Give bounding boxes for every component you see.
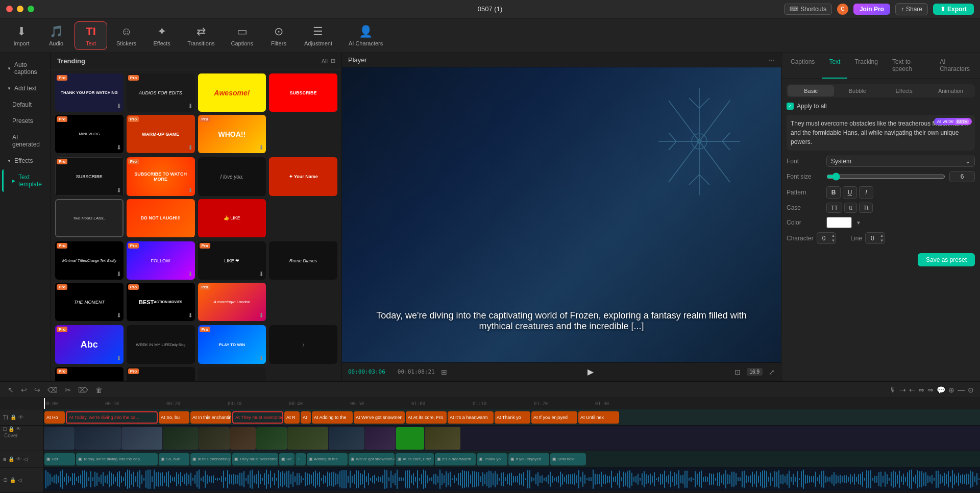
lock-icon[interactable]: 🔒 <box>8 426 14 432</box>
list-item[interactable]: Pro WHOA!! ⬇ <box>198 115 266 153</box>
video-clip[interactable] <box>365 427 396 450</box>
video-clip[interactable] <box>329 427 364 450</box>
download-icon[interactable]: ⬇ <box>116 144 121 151</box>
video-clip[interactable] <box>44 427 75 450</box>
sub-tab-basic[interactable]: Basic <box>788 85 834 96</box>
caption-chip[interactable]: At Thank yo <box>495 411 530 424</box>
save-preset-button[interactable]: Save as preset <box>918 253 975 266</box>
subtitle-chip[interactable]: ▣ Until next <box>550 453 586 465</box>
download-icon[interactable]: ⬇ <box>259 312 264 319</box>
sidebar-item-presets[interactable]: Presets <box>2 113 48 129</box>
ai-writer-badge[interactable]: AI writer BETA <box>934 118 972 125</box>
line-down-arrow[interactable]: ▼ <box>880 238 884 243</box>
list-item[interactable]: # <box>198 367 266 381</box>
eye-icon[interactable]: 👁 <box>16 426 21 432</box>
download-icon[interactable]: ⬇ <box>259 270 264 278</box>
apply-all-checkbox[interactable]: ✓ <box>787 103 794 110</box>
tab-text[interactable]: Text <box>822 53 847 79</box>
lock-icon[interactable]: 🔒 <box>10 477 16 483</box>
color-dropdown-arrow[interactable]: ▼ <box>856 220 861 226</box>
video-clip[interactable] <box>256 427 287 450</box>
caption-chip[interactable]: At Ho <box>44 411 65 424</box>
video-clip[interactable] <box>396 427 424 450</box>
caption-chip[interactable]: At So, bu <box>159 411 189 424</box>
list-item[interactable]: DO NOT LAUGH!!! <box>127 199 195 237</box>
toolbar-stickers[interactable]: ☺ Stickers <box>109 22 143 50</box>
subtitle-chip[interactable]: T <box>296 453 306 465</box>
download-icon[interactable]: ⬇ <box>116 103 121 110</box>
sidebar-item-add-text[interactable]: ▼ Add text <box>2 81 48 96</box>
video-clip[interactable] <box>75 427 121 450</box>
lock-icon[interactable]: 🔒 <box>8 456 14 462</box>
subtitle-chip[interactable]: ▣ Re <box>279 453 295 465</box>
list-item[interactable]: ♪ <box>269 325 337 363</box>
player-menu-icon[interactable]: ⋯ <box>769 57 775 64</box>
toolbar-adjustment[interactable]: ☰ Adjustment <box>297 22 339 50</box>
download-icon[interactable]: ⬇ <box>188 312 193 319</box>
timeline-redo-tool[interactable]: ↪ <box>33 384 42 396</box>
font-size-slider[interactable] <box>826 172 945 181</box>
tab-captions[interactable]: Captions <box>783 53 822 79</box>
video-clip[interactable] <box>199 427 230 450</box>
subtitle-chip[interactable]: ▣ Her <box>44 453 75 465</box>
list-item[interactable]: Pro THANK YOU FOR WATCHING ⬇ <box>55 73 124 112</box>
list-item[interactable]: Pro POPULAR PLAYLISTS ⬇ <box>127 367 195 381</box>
caption-chip[interactable]: At Adding to the <box>312 411 353 424</box>
export-button[interactable]: ⬆ Export <box>933 4 974 15</box>
subtitle-chip[interactable]: ▣ Adding to the <box>307 453 348 465</box>
tab-text-to-speech[interactable]: Text-to-speech <box>885 53 933 79</box>
caption-chip[interactable]: At If you enjoyed <box>531 411 577 424</box>
sub-tab-bubble[interactable]: Bubble <box>834 85 880 96</box>
list-item[interactable]: I love you. <box>198 157 266 195</box>
timeline-tool-3[interactable]: ⇔ <box>918 386 924 394</box>
toolbar-import[interactable]: ⬇ Import <box>5 22 38 50</box>
download-icon[interactable]: ⬇ <box>116 355 121 362</box>
subtitle-chip[interactable]: ▣ If you enjoyed <box>508 453 549 465</box>
list-item[interactable]: 👍 LIKE <box>198 199 266 237</box>
color-swatch[interactable] <box>826 217 852 228</box>
content-filter[interactable]: All ⊞ <box>322 58 335 64</box>
toolbar-audio[interactable]: 🎵 Audio <box>40 22 72 50</box>
tab-tracking[interactable]: Tracking <box>847 53 885 79</box>
caption-chip[interactable]: At At its core, Fro <box>406 411 447 424</box>
minimize-button[interactable] <box>17 6 23 12</box>
case-titlecase-button[interactable]: Tt <box>859 203 873 213</box>
lock-icon[interactable]: 🔒 <box>10 414 16 420</box>
list-item[interactable]: Pro LIKE ❤ ⬇ <box>198 241 266 280</box>
timeline-tool-5[interactable]: 💬 <box>937 386 945 394</box>
list-item[interactable]: Pro SUBSCRIBE ⬇ <box>55 157 124 195</box>
toolbar-captions[interactable]: ▭ Captions <box>224 22 260 50</box>
timeline-tool-6[interactable]: ⊕ <box>948 386 954 394</box>
list-item[interactable]: WEEK IN MY LIFEDaily Blog <box>127 325 195 363</box>
maximize-button[interactable] <box>28 6 34 12</box>
list-item[interactable]: Pro BESTACTION MOVIES ⬇ <box>127 283 195 321</box>
timeline-tool-4[interactable]: ⇒ <box>927 386 934 394</box>
underline-button[interactable]: U <box>843 186 857 199</box>
list-item[interactable]: Rome Diaries <box>269 241 337 280</box>
bold-button[interactable]: B <box>826 186 841 199</box>
toolbar-effects[interactable]: ✦ Effects <box>145 22 178 50</box>
list-item[interactable]: Two Hours LAter_ <box>55 199 124 237</box>
list-item[interactable]: Pro MINI VLOG ⬇ <box>55 115 124 153</box>
timeline-zoom-icon[interactable]: ⊙ <box>968 386 974 394</box>
caption-chip[interactable]: At <box>301 411 311 424</box>
fit-screen-icon[interactable]: ⊡ <box>734 368 741 376</box>
list-item[interactable]: Pro Minimal TitlesChange Text Easily ⬇ <box>55 241 124 280</box>
subtitle-chip[interactable]: ▣ They must overcome <box>232 453 278 465</box>
sidebar-item-auto-captions[interactable]: ▼ Auto captions <box>2 57 48 80</box>
list-item[interactable]: Awesome! <box>198 73 266 112</box>
list-item[interactable]: Pro Abc ⬇ <box>55 325 124 363</box>
timeline-split-left-tool[interactable]: ⌫ <box>46 384 59 396</box>
caption-chip[interactable]: At In this enchanting <box>190 411 231 424</box>
timeline-split-right-tool[interactable]: ⌦ <box>77 384 90 396</box>
caption-chip[interactable]: At R <box>284 411 300 424</box>
font-size-value[interactable]: 6 <box>949 171 975 182</box>
character-up-arrow[interactable]: ▲ <box>831 233 835 238</box>
sidebar-item-default[interactable]: Default <box>2 97 48 112</box>
playhead[interactable] <box>44 398 45 409</box>
case-lowercase-button[interactable]: tt <box>844 203 856 213</box>
timeline-tool-2[interactable]: ⇠ <box>909 386 915 394</box>
italic-button[interactable]: I <box>859 186 873 199</box>
timeline-select-tool[interactable]: ↖ <box>6 384 15 396</box>
list-item[interactable]: Pro WARM-UP GAME ⬇ <box>127 115 195 153</box>
